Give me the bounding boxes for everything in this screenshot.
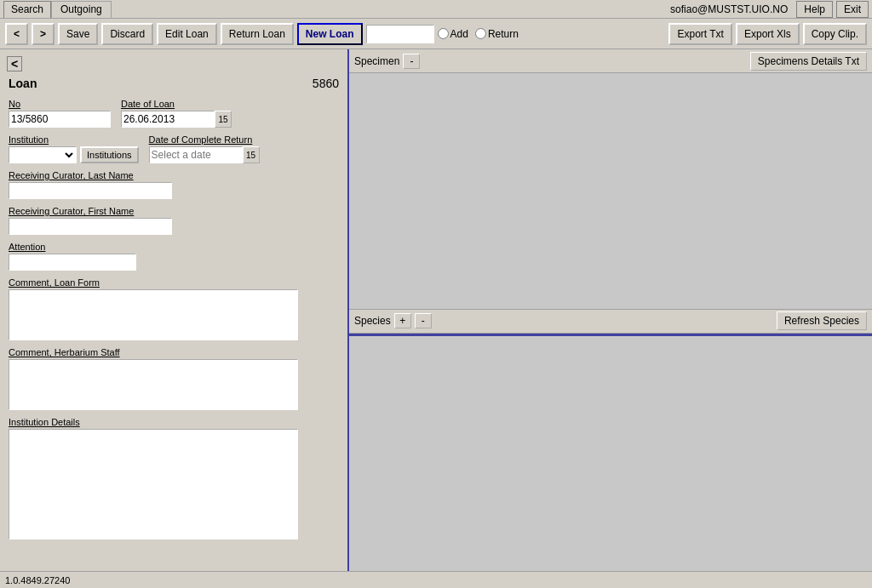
back-arrow-button[interactable]: < xyxy=(7,56,22,71)
refresh-species-button[interactable]: Refresh Species xyxy=(777,311,867,330)
comment-herbarium-textarea[interactable] xyxy=(9,359,298,410)
institutions-button[interactable]: Institutions xyxy=(80,146,139,163)
add-return-radio-group: Add Return xyxy=(438,28,519,40)
save-button[interactable]: Save xyxy=(58,23,98,45)
receiving-curator-last-group: Receiving Curator, Last Name xyxy=(9,170,339,199)
tab-search[interactable]: Search xyxy=(3,1,51,18)
date-of-loan-group: Date of Loan 15 xyxy=(121,99,232,128)
edit-loan-button[interactable]: Edit Loan xyxy=(157,23,217,45)
receiving-curator-first-group: Receiving Curator, First Name xyxy=(9,206,339,235)
no-date-row: No Date of Loan 15 xyxy=(9,99,339,128)
comment-herbarium-group: Comment, Herbarium Staff xyxy=(9,347,339,410)
user-label: sofiao@MUSTST.UIO.NO xyxy=(670,3,788,15)
main-content: < Loan 5860 No Date of Loan 15 xyxy=(0,49,872,571)
comment-loan-label: Comment, Loan Form xyxy=(9,277,339,288)
new-loan-button[interactable]: New Loan xyxy=(297,23,363,45)
institution-group: Institution Institutions xyxy=(9,134,139,163)
discard-button[interactable]: Discard xyxy=(101,23,153,45)
institution-select-row: Institutions xyxy=(9,146,139,163)
nav-forward-button[interactable]: > xyxy=(32,23,54,45)
institution-details-label: Institution Details xyxy=(9,417,339,427)
add-radio[interactable] xyxy=(438,28,449,39)
species-minus-button[interactable]: - xyxy=(415,313,432,328)
export-txt-button[interactable]: Export Txt xyxy=(668,23,731,45)
attention-input[interactable] xyxy=(9,254,136,271)
specimen-minus-button[interactable]: - xyxy=(403,54,420,69)
loan-header: Loan 5860 xyxy=(9,73,339,90)
receiving-curator-last-label: Receiving Curator, Last Name xyxy=(9,170,339,180)
specimen-details-button[interactable]: Specimens Details Txt xyxy=(750,52,867,71)
left-panel: < Loan 5860 No Date of Loan 15 xyxy=(0,49,349,571)
date-complete-return-label: Date of Complete Return xyxy=(149,134,260,145)
no-input[interactable] xyxy=(9,111,111,128)
attention-group: Attention xyxy=(9,242,339,271)
species-area xyxy=(349,336,872,572)
loan-title: Loan xyxy=(9,77,37,90)
date-of-loan-calendar-btn[interactable]: 15 xyxy=(215,111,232,128)
return-radio-label[interactable]: Return xyxy=(475,28,519,40)
species-label: Species xyxy=(354,315,391,327)
institution-complete-return-row: Institution Institutions Date of Complet… xyxy=(9,134,339,163)
tab-group: Search Outgoing xyxy=(3,1,112,18)
receiving-curator-first-label: Receiving Curator, First Name xyxy=(9,206,339,216)
date-of-loan-label: Date of Loan xyxy=(121,99,232,109)
loan-number: 5860 xyxy=(313,77,339,90)
right-panel: Specimen - Specimens Details Txt Species… xyxy=(349,49,872,571)
institution-details-textarea[interactable] xyxy=(9,429,298,539)
institution-label: Institution xyxy=(9,134,139,145)
tab-outgoing[interactable]: Outgoing xyxy=(51,1,112,18)
comment-loan-group: Comment, Loan Form xyxy=(9,277,339,340)
specimen-label: Specimen xyxy=(354,55,399,67)
receiving-curator-last-input[interactable] xyxy=(9,182,172,199)
attention-label: Attention xyxy=(9,242,339,252)
date-complete-return-calendar-btn[interactable]: 15 xyxy=(243,146,260,163)
institution-details-group: Institution Details xyxy=(9,417,339,539)
export-xls-button[interactable]: Export Xls xyxy=(736,23,800,45)
copy-clip-button[interactable]: Copy Clip. xyxy=(803,23,867,45)
comment-herbarium-label: Comment, Herbarium Staff xyxy=(9,347,339,357)
toolbar: < > Save Discard Edit Loan Return Loan N… xyxy=(0,19,872,49)
date-complete-return-input-row: 15 xyxy=(149,146,260,163)
version-label: 1.0.4849.27240 xyxy=(5,575,70,585)
species-plus-button[interactable]: + xyxy=(394,313,411,328)
no-group: No xyxy=(9,99,111,128)
help-button[interactable]: Help xyxy=(796,1,833,18)
return-radio[interactable] xyxy=(475,28,486,39)
exit-button[interactable]: Exit xyxy=(836,1,869,18)
add-radio-label[interactable]: Add xyxy=(438,28,468,40)
specimen-area xyxy=(349,73,872,310)
species-header: Species + - Refresh Species xyxy=(349,310,872,334)
date-complete-return-input[interactable] xyxy=(149,146,243,163)
search-input-toolbar[interactable] xyxy=(366,25,434,43)
comment-loan-textarea[interactable] xyxy=(9,289,298,340)
specimen-header: Specimen - Specimens Details Txt xyxy=(349,49,872,73)
date-of-loan-input-row: 15 xyxy=(121,111,232,128)
no-label: No xyxy=(9,99,111,109)
date-complete-return-group: Date of Complete Return 15 xyxy=(149,134,260,163)
title-bar: Search Outgoing sofiao@MUSTST.UIO.NO Hel… xyxy=(0,0,872,19)
institution-select[interactable] xyxy=(9,146,77,163)
title-bar-right: sofiao@MUSTST.UIO.NO Help Exit xyxy=(670,1,869,18)
return-loan-button[interactable]: Return Loan xyxy=(221,23,294,45)
status-bar: 1.0.4849.27240 xyxy=(0,571,872,588)
nav-back-button[interactable]: < xyxy=(5,23,28,45)
export-buttons: Export Txt Export Xls Copy Clip. xyxy=(668,23,867,45)
receiving-curator-first-input[interactable] xyxy=(9,218,172,235)
date-of-loan-input[interactable] xyxy=(121,111,215,128)
